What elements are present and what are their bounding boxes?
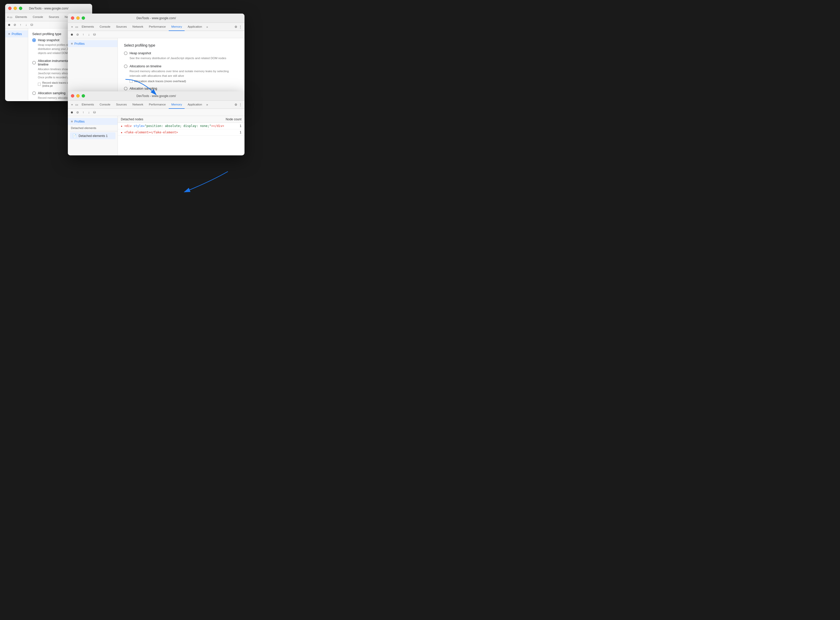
record-icon-3[interactable]: ⏺ bbox=[70, 110, 74, 114]
collect-icon-2[interactable]: ⛁ bbox=[92, 33, 96, 37]
tab-performance-3[interactable]: Performance bbox=[146, 101, 169, 109]
tab-memory-3[interactable]: Memory bbox=[169, 101, 185, 109]
profiles-icon-2: ≡ bbox=[71, 42, 73, 45]
more-tabs-3[interactable]: » bbox=[205, 103, 209, 107]
tab-elements-1[interactable]: Elements bbox=[13, 13, 30, 21]
tab-application-2[interactable]: Application bbox=[185, 23, 205, 31]
bullet-2: ● bbox=[121, 131, 122, 134]
clear-icon-1[interactable]: ⊘ bbox=[13, 23, 17, 27]
sidebar-profiles-label-1: Profiles bbox=[12, 32, 22, 36]
timeline-radio-1[interactable] bbox=[32, 61, 36, 65]
window-3-toolbar: ⌖ ▭ Elements Console Sources Network Per… bbox=[68, 101, 244, 109]
tab-memory-2[interactable]: Memory bbox=[169, 23, 185, 31]
clear-icon-3[interactable]: ⊘ bbox=[75, 110, 80, 114]
sidebar-item-profiles-1[interactable]: ≡ Profiles bbox=[5, 30, 28, 38]
sampling-label-2: Allocation sampling bbox=[129, 87, 157, 90]
clear-icon-2[interactable]: ⊘ bbox=[75, 33, 80, 37]
settings-icon-2[interactable]: ⚙ bbox=[234, 25, 238, 29]
min-btn-1[interactable] bbox=[14, 7, 17, 10]
cursor-icon-2[interactable]: ⌖ bbox=[70, 25, 74, 29]
heap-option-2[interactable]: Heap snapshot See the memory distributio… bbox=[124, 51, 238, 60]
tab-sources-2[interactable]: Sources bbox=[113, 23, 129, 31]
heap-desc-2: See the memory distribution of JavaScrip… bbox=[124, 56, 238, 60]
sampling-radio-1[interactable] bbox=[32, 92, 36, 95]
stack-traces-checkbox-2[interactable] bbox=[129, 80, 132, 83]
download-icon-3[interactable]: ↓ bbox=[87, 110, 91, 114]
menu-icon-2[interactable]: ⋮ bbox=[238, 25, 242, 29]
sidebar-item-profiles-3[interactable]: ≡ Profiles bbox=[68, 118, 117, 125]
cursor-icon[interactable]: ⌖ bbox=[7, 15, 9, 19]
tab-console-1[interactable]: Console bbox=[30, 13, 45, 21]
tab-sources-3[interactable]: Sources bbox=[113, 101, 129, 109]
detached-item-label: Detached elements 1 bbox=[78, 134, 107, 138]
upload-icon-1[interactable]: ↑ bbox=[18, 23, 23, 27]
detached-section-label: Detached elements bbox=[71, 126, 96, 129]
heap-radio-1[interactable] bbox=[32, 38, 36, 42]
node-code-2: ● <fake-element></fake-element> bbox=[121, 131, 178, 134]
record-icon-2[interactable]: ⏺ bbox=[70, 33, 74, 37]
sidebar-item-profiles-2[interactable]: ≡ Profiles bbox=[68, 40, 117, 47]
detached-elements-1-item[interactable]: 📄 Detached elements 1 bbox=[70, 132, 116, 139]
tab-console-2[interactable]: Console bbox=[97, 23, 113, 31]
window-2-title: DevTools - www.google.com/ bbox=[137, 17, 176, 20]
tab-elements-3[interactable]: Elements bbox=[79, 101, 96, 109]
settings-icon-3[interactable]: ⚙ bbox=[234, 103, 238, 107]
max-btn-2[interactable] bbox=[82, 17, 85, 20]
more-tabs-2[interactable]: » bbox=[205, 25, 209, 29]
upload-icon-3[interactable]: ↑ bbox=[81, 110, 85, 114]
tab-sources-1[interactable]: Sources bbox=[46, 13, 62, 21]
tab-elements-2[interactable]: Elements bbox=[79, 23, 96, 31]
devtools-window-3: DevTools - www.google.com/ ⌖ ▭ Elements … bbox=[68, 92, 244, 155]
window-3-secondary-toolbar: ⏺ ⊘ ↑ ↓ ⛁ bbox=[68, 109, 244, 116]
min-btn-3[interactable] bbox=[76, 94, 80, 98]
tab-application-3[interactable]: Application bbox=[185, 101, 205, 109]
timeline-desc-2: Record memory allocations over time and … bbox=[124, 69, 238, 78]
window-3-controls bbox=[71, 94, 85, 98]
tab-performance-2[interactable]: Performance bbox=[146, 23, 169, 31]
col-detached-nodes: Detached nodes bbox=[121, 117, 143, 121]
profiles-icon-3: ≡ bbox=[71, 120, 73, 123]
timeline-radio-2[interactable] bbox=[124, 65, 128, 68]
detached-nodes-header: Detached nodes Node count bbox=[118, 116, 244, 123]
device-icon-3[interactable]: ▭ bbox=[74, 103, 78, 107]
tab-console-3[interactable]: Console bbox=[97, 101, 113, 109]
window-3-sidebar: ≡ Profiles Detached elements 📄 Detached … bbox=[68, 116, 118, 155]
max-btn-3[interactable] bbox=[82, 94, 85, 98]
sampling-label-1: Allocation sampling bbox=[38, 92, 66, 95]
detached-list-container: 📄 Detached elements 1 bbox=[68, 131, 117, 140]
col-node-count: Node count bbox=[226, 117, 241, 121]
collect-icon-3[interactable]: ⛁ bbox=[92, 110, 96, 114]
download-icon-2[interactable]: ↓ bbox=[87, 33, 91, 37]
node-text-2: <fake-element></fake-element> bbox=[124, 131, 178, 134]
close-btn-1[interactable] bbox=[8, 7, 12, 10]
window-1-titlebar: DevTools - www.google.com/ bbox=[5, 4, 92, 13]
upload-icon-2[interactable]: ↑ bbox=[81, 33, 85, 37]
heap-radio-2[interactable] bbox=[124, 51, 128, 55]
close-btn-3[interactable] bbox=[71, 94, 74, 98]
sidebar-profiles-label-2: Profiles bbox=[74, 42, 85, 45]
window-2-toolbar: ⌖ ▭ Elements Console Sources Network Per… bbox=[68, 23, 244, 31]
node-row-1[interactable]: ● <div style="position: absolute; displa… bbox=[118, 123, 244, 129]
cursor-icon-3[interactable]: ⌖ bbox=[70, 103, 74, 107]
download-icon-1[interactable]: ↓ bbox=[24, 23, 28, 27]
device-icon-2[interactable]: ▭ bbox=[74, 25, 78, 29]
window-2-controls bbox=[71, 17, 85, 20]
heap-label-1: Heap snapshot bbox=[38, 38, 59, 42]
min-btn-2[interactable] bbox=[76, 17, 80, 20]
tab-network-3[interactable]: Network bbox=[130, 101, 146, 109]
tab-network-2[interactable]: Network bbox=[130, 23, 146, 31]
stack-traces-checkbox-1[interactable] bbox=[38, 83, 41, 86]
menu-icon-3[interactable]: ⋮ bbox=[238, 103, 242, 107]
window-2-titlebar: DevTools - www.google.com/ bbox=[68, 14, 244, 23]
node-count-1: 1 bbox=[239, 124, 241, 128]
detached-item-icon: 📄 bbox=[72, 134, 77, 138]
device-icon[interactable]: ▭ bbox=[9, 15, 12, 19]
collect-icon-1[interactable]: ⛁ bbox=[30, 23, 34, 27]
record-icon-1[interactable]: ⏺ bbox=[7, 23, 11, 27]
detached-elements-sidebar-section: Detached elements bbox=[68, 125, 117, 131]
close-btn-2[interactable] bbox=[71, 17, 74, 20]
max-btn-1[interactable] bbox=[19, 7, 22, 10]
sampling-radio-2[interactable] bbox=[124, 87, 128, 90]
allocations-timeline-option-2[interactable]: Allocations on timeline Record memory al… bbox=[124, 65, 238, 83]
node-row-2[interactable]: ● <fake-element></fake-element> 1 bbox=[118, 129, 244, 136]
